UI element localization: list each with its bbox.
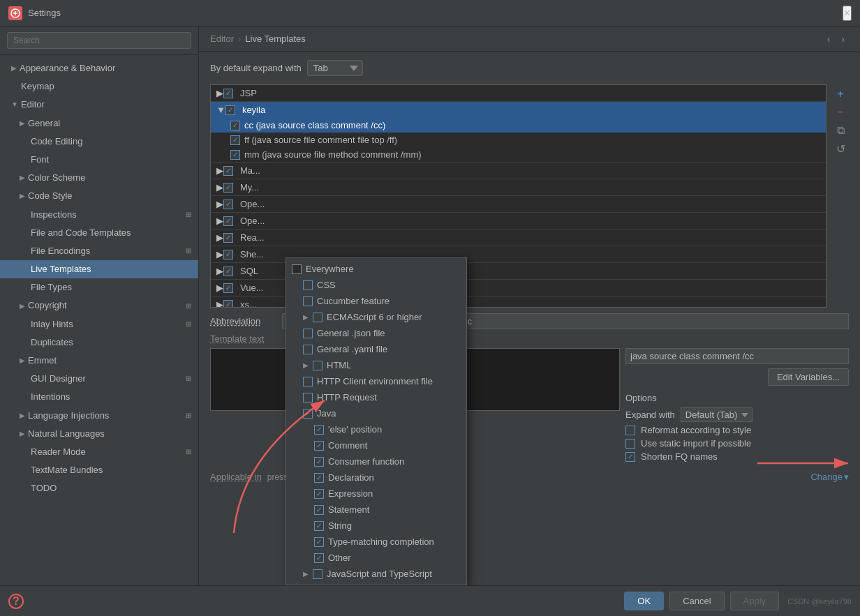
dropdown-checkbox-java[interactable] — [303, 409, 313, 419]
dropdown-item-type-match[interactable]: Type-matching completion — [286, 534, 466, 550]
change-link[interactable]: Change ▾ — [810, 472, 849, 482]
dropdown-checkbox-http-req[interactable] — [303, 393, 313, 403]
sidebar-item-editor[interactable]: ▼ Editor — [0, 96, 198, 114]
dropdown-checkbox-yaml[interactable] — [303, 345, 313, 354]
dropdown-checkbox-comment[interactable] — [314, 441, 324, 451]
dropdown-checkbox-else-pos[interactable] — [314, 425, 324, 435]
dropdown-item-everywhere[interactable]: Everywhere — [286, 261, 466, 277]
dropdown-checkbox-everywhere[interactable] — [292, 264, 302, 274]
template-group-header-rea[interactable]: ▶ Rea... — [211, 230, 826, 246]
dropdown-checkbox-type-match[interactable] — [314, 537, 324, 547]
group-checkbox-she[interactable] — [223, 250, 233, 260]
nav-forward-button[interactable]: › — [837, 32, 849, 46]
template-group-header-mybatis[interactable]: ▶ My... — [211, 179, 826, 195]
sidebar-item-copyright[interactable]: ▶ Copyright ⊞ — [0, 296, 198, 315]
dropdown-checkbox-json[interactable] — [303, 329, 313, 338]
dropdown-item-yaml[interactable]: General .yaml file — [286, 341, 466, 357]
sidebar-item-reader-mode[interactable]: Reader Mode ⊞ — [0, 443, 198, 461]
dropdown-item-statement[interactable]: Statement — [286, 502, 466, 518]
dropdown-checkbox-js-ts[interactable] — [313, 569, 322, 579]
dropdown-checkbox-statement[interactable] — [314, 505, 324, 515]
group-checkbox-xs[interactable] — [223, 300, 233, 308]
sidebar-item-appearance[interactable]: ▶ Appearance & Behavior — [0, 59, 198, 77]
dropdown-checkbox-consumer-fn[interactable] — [314, 457, 324, 467]
revert-template-button[interactable]: ↺ — [832, 140, 849, 157]
add-template-button[interactable]: + — [832, 86, 849, 103]
expand-with-options-select[interactable]: Default (Tab) Tab Enter Space — [681, 407, 752, 422]
sidebar-item-code-style[interactable]: ▶ Code Style — [0, 187, 198, 205]
help-button[interactable]: ? — [8, 594, 24, 609]
sidebar-item-keymap[interactable]: Keymap — [0, 77, 198, 96]
group-checkbox-mybatis[interactable] — [223, 183, 233, 193]
sidebar-item-file-types[interactable]: File Types — [0, 278, 198, 296]
dropdown-item-consumer-fn[interactable]: Consumer function — [286, 453, 466, 469]
apply-button[interactable]: Apply — [730, 592, 780, 610]
shorten-fq-checkbox[interactable] — [625, 452, 635, 462]
template-item-ff[interactable]: ff (java source file comment file top /f… — [211, 133, 826, 147]
dropdown-item-js-ts[interactable]: ▶ JavaScript and TypeScript — [286, 566, 466, 582]
cancel-button[interactable]: Cancel — [669, 592, 724, 610]
dropdown-item-declaration[interactable]: Declaration — [286, 469, 466, 486]
dropdown-checkbox-declaration[interactable] — [314, 473, 324, 483]
item-checkbox-cc[interactable] — [230, 121, 240, 130]
sidebar-item-todo[interactable]: TODO — [0, 479, 198, 497]
group-checkbox-ope1[interactable] — [223, 200, 233, 209]
dropdown-checkbox-css[interactable] — [303, 280, 313, 290]
reformat-checkbox[interactable] — [625, 426, 635, 435]
ok-button[interactable]: OK — [624, 592, 664, 610]
template-group-header-maven[interactable]: ▶ Ma... — [211, 163, 826, 179]
dropdown-checkbox-http-env[interactable] — [303, 377, 313, 386]
dropdown-item-http-req[interactable]: HTTP Request — [286, 389, 466, 405]
sidebar-item-intentions[interactable]: Intentions — [0, 388, 198, 406]
group-checkbox-jsp[interactable] — [223, 89, 233, 98]
description-field-right[interactable] — [625, 348, 849, 364]
dropdown-checkbox-cucumber[interactable] — [303, 296, 313, 306]
sidebar-item-textmate-bundles[interactable]: TextMate Bundles — [0, 461, 198, 479]
sidebar-item-font[interactable]: Font — [0, 151, 198, 169]
dropdown-item-expression[interactable]: Expression — [286, 486, 466, 502]
dropdown-item-html[interactable]: ▶ HTML — [286, 357, 466, 373]
sidebar-item-gui-designer[interactable]: GUI Designer ⊞ — [0, 370, 198, 388]
dropdown-item-other[interactable]: Other — [286, 550, 466, 566]
dropdown-item-else-pos[interactable]: 'else' position — [286, 421, 466, 437]
template-group-header-keyila[interactable]: ▼ keyila — [211, 102, 826, 118]
template-item-mm[interactable]: mm (java source file method comment /mm) — [211, 147, 826, 162]
item-checkbox-ff[interactable] — [230, 135, 240, 145]
group-checkbox-vue[interactable] — [223, 283, 233, 293]
dropdown-checkbox-ecma[interactable] — [313, 313, 322, 322]
nav-back-button[interactable]: ‹ — [823, 32, 835, 46]
search-input[interactable] — [7, 32, 191, 49]
edit-variables-button[interactable]: Edit Variables... — [768, 368, 849, 386]
dropdown-item-string[interactable]: String — [286, 518, 466, 534]
group-checkbox-rea[interactable] — [223, 233, 233, 243]
dropdown-checkbox-expression[interactable] — [314, 489, 324, 499]
dropdown-item-comment[interactable]: Comment — [286, 437, 466, 453]
template-group-header-ope2[interactable]: ▶ Ope... — [211, 213, 826, 229]
expand-with-select[interactable]: Tab Enter Space — [307, 60, 363, 76]
sidebar-item-code-editing[interactable]: Code Editing — [0, 133, 198, 151]
group-checkbox-sql[interactable] — [223, 266, 233, 276]
dropdown-item-java[interactable]: Java — [286, 405, 466, 421]
template-group-header-jsp[interactable]: ▶ JSP — [211, 85, 826, 101]
close-button[interactable]: × — [843, 6, 852, 21]
dropdown-checkbox-string[interactable] — [314, 521, 324, 531]
dropdown-item-ecma[interactable]: ▶ ECMAScript 6 or higher — [286, 309, 466, 325]
dropdown-item-json[interactable]: General .json file — [286, 325, 466, 341]
static-import-checkbox[interactable] — [625, 439, 635, 449]
sidebar-item-inlay-hints[interactable]: Inlay Hints ⊞ — [0, 315, 198, 333]
sidebar-item-general[interactable]: ▶ General — [0, 114, 198, 133]
sidebar-item-live-templates[interactable]: Live Templates — [0, 260, 198, 278]
dropdown-checkbox-other[interactable] — [314, 553, 324, 563]
sidebar-item-file-encodings[interactable]: File Encodings ⊞ — [0, 242, 198, 260]
template-item-cc[interactable]: cc (java source class comment /cc) — [211, 118, 826, 133]
dropdown-checkbox-html[interactable] — [313, 361, 322, 370]
remove-template-button[interactable]: − — [832, 104, 849, 121]
group-checkbox-maven[interactable] — [223, 166, 233, 176]
sidebar-item-natural-languages[interactable]: ▶ Natural Languages — [0, 425, 198, 443]
group-checkbox-keyila[interactable] — [225, 105, 235, 115]
copy-template-button[interactable]: ⧉ — [832, 122, 849, 139]
sidebar-item-inspections[interactable]: Inspections ⊞ — [0, 206, 198, 224]
sidebar-item-emmet[interactable]: ▶ Emmet — [0, 352, 198, 370]
dropdown-item-http-env[interactable]: HTTP Client environment file — [286, 373, 466, 389]
sidebar-item-duplicates[interactable]: Duplicates — [0, 333, 198, 352]
